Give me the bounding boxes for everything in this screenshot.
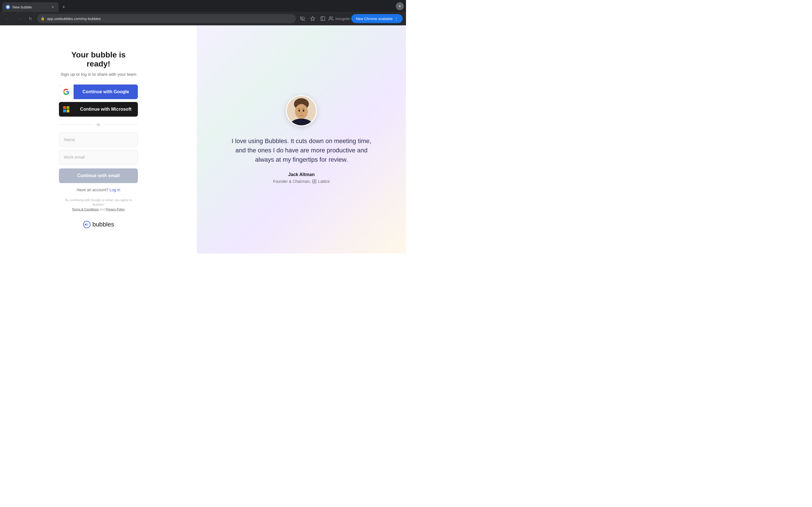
microsoft-button-label: Continue with Microsoft [73, 107, 138, 112]
active-tab[interactable]: New bubble ✕ [2, 2, 59, 12]
url-text: app.usebubbles.com/my-bubbles [47, 17, 292, 21]
login-link[interactable]: Log in [109, 187, 120, 192]
testimonial-quote: I love using Bubbles. It cuts down on me… [228, 136, 375, 164]
tab-close-button[interactable]: ✕ [50, 4, 55, 10]
address-bar[interactable]: 🔒 app.usebubbles.com/my-bubbles [37, 14, 296, 23]
microsoft-signin-button[interactable]: Continue with Microsoft [59, 102, 138, 117]
or-divider: or [59, 122, 138, 127]
svg-marker-1 [311, 17, 315, 20]
tab-bar: New bubble ✕ + ▾ [0, 0, 406, 12]
new-chrome-button[interactable]: New Chrome available ⋮ [351, 14, 403, 23]
star-icon[interactable] [308, 14, 317, 23]
terms-link[interactable]: Terms & Conditions [72, 208, 99, 211]
lock-icon: 🔒 [41, 17, 45, 20]
more-options-icon[interactable]: ⋮ [395, 17, 398, 21]
svg-point-4 [329, 17, 331, 18]
microsoft-icon [59, 102, 73, 117]
tab-favicon [6, 5, 10, 9]
google-icon [59, 84, 73, 99]
privacy-link[interactable]: Privacy Policy [106, 208, 125, 211]
email-signin-button[interactable]: Continue with email [59, 168, 138, 183]
svg-point-13 [299, 110, 300, 112]
tab-title: New bubble [12, 5, 48, 9]
google-signin-button[interactable]: Continue with Google [59, 84, 138, 99]
name-input[interactable] [59, 132, 138, 147]
lattice-icon [312, 179, 317, 184]
browser-chrome: New bubble ✕ + ▾ ← → ↻ 🔒 app.usebubbles.… [0, 0, 406, 25]
new-chrome-label: New Chrome available [356, 17, 393, 21]
left-panel: Your bubble is ready! Sign up or log in … [0, 25, 197, 253]
logo-text: bubbles [93, 221, 114, 228]
page-subtitle: Sign up or log in to share with your tea… [61, 72, 136, 76]
testimonial-avatar [286, 95, 317, 126]
tab-dropdown-button[interactable]: ▾ [396, 2, 404, 10]
legal-text: By continuing with Google or email, you … [59, 198, 138, 212]
browser-toolbar: ← → ↻ 🔒 app.usebubbles.com/my-bubbles [0, 12, 406, 25]
page-title: Your bubble is ready! [59, 50, 138, 68]
back-button[interactable]: ← [3, 14, 12, 23]
testimonial-author-title: Founder & Chairman, Lattice [273, 179, 330, 184]
testimonial-author-name: Jack Altman [288, 172, 315, 177]
sidebar-icon[interactable] [318, 14, 327, 23]
incognito-label: Incognito [335, 17, 350, 21]
email-input[interactable] [59, 150, 138, 165]
svg-point-14 [303, 110, 305, 112]
svg-rect-2 [321, 17, 325, 20]
page-content: Your bubble is ready! Sign up or log in … [0, 25, 406, 253]
svg-point-7 [85, 224, 86, 225]
right-panel: I love using Bubbles. It cuts down on me… [197, 25, 406, 253]
divider-label: or [97, 122, 100, 127]
signup-form: Your bubble is ready! Sign up or log in … [59, 50, 138, 229]
toolbar-actions: Incognito New Chrome available ⋮ [298, 14, 403, 23]
forward-button[interactable]: → [15, 14, 24, 23]
eye-off-icon[interactable] [298, 14, 307, 23]
email-button-label: Continue with email [77, 173, 120, 178]
have-account-text: Have an account? Log in [77, 187, 120, 192]
new-tab-button[interactable]: + [60, 3, 68, 11]
divider-right [103, 124, 138, 124]
incognito-indicator: Incognito [328, 16, 350, 21]
reload-button[interactable]: ↻ [26, 14, 35, 23]
bubbles-logo: bubbles [83, 221, 114, 228]
divider-left [59, 124, 93, 124]
google-button-label: Continue with Google [73, 89, 138, 94]
